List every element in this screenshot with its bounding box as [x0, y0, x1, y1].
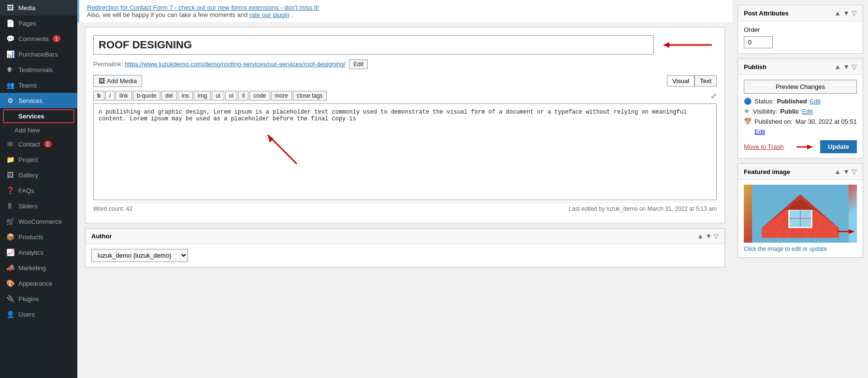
- status-edit-link[interactable]: Edit: [810, 98, 821, 105]
- featured-image-thumbnail[interactable]: [744, 185, 857, 243]
- img-button[interactable]: img: [194, 91, 211, 101]
- notice-link[interactable]: Redirection for Contact Form 7 - check o…: [87, 4, 319, 11]
- edit-area: Permalink: https://www.luzukdemo.com/dem…: [85, 27, 725, 223]
- sidebar-sub-services[interactable]: Services: [3, 109, 74, 123]
- author-collapse-up[interactable]: ▲: [697, 233, 704, 240]
- more-button[interactable]: more: [271, 91, 292, 101]
- author-box-header: Author ▲ ▼ ▽: [86, 229, 724, 244]
- bold-button[interactable]: b: [93, 91, 104, 101]
- sidebar-item-woocommerce[interactable]: 🛒 WooCommerce: [0, 214, 77, 229]
- sidebar-item-contact[interactable]: ✉ Contact 1: [0, 136, 77, 152]
- update-area: Update: [794, 140, 857, 153]
- expand-icon[interactable]: ⤢: [710, 91, 717, 101]
- sidebar-item-project[interactable]: 📁 Project: [0, 152, 77, 167]
- comments-icon: 💬: [6, 35, 14, 43]
- last-edited-text: Last edited by luzuk_demo on March 31, 2…: [569, 205, 717, 212]
- attributes-toggle-btn[interactable]: ▽: [852, 9, 857, 17]
- sidebar-item-purchasebars[interactable]: 📊 PurchaseBars: [0, 46, 77, 62]
- author-toggle[interactable]: ▽: [714, 233, 719, 240]
- project-icon: 📁: [6, 156, 14, 163]
- sidebar-item-gallery[interactable]: 🖼 Gallery: [0, 167, 77, 183]
- publish-title: Publish: [744, 63, 767, 71]
- attributes-up-btn[interactable]: ▲: [834, 9, 841, 17]
- visibility-row: 👁 Visibility: Public Edit: [744, 108, 857, 115]
- ins-button[interactable]: ins: [178, 91, 193, 101]
- contact-icon: ✉: [6, 140, 14, 148]
- publish-header: Publish ▲ ▼ ▽: [738, 59, 863, 75]
- sidebar-item-products[interactable]: 📦 Products: [0, 229, 77, 245]
- appearance-icon: 🎨: [6, 279, 14, 287]
- permalink-edit-button[interactable]: Edit: [349, 59, 368, 69]
- publish-body: Preview Changes 🔵 Status: Published Edit…: [738, 75, 863, 158]
- sidebar-item-pages[interactable]: 📄 Pages: [0, 15, 77, 31]
- published-row: 📅 Published on: Mar 30, 2022 at 05:51: [744, 118, 857, 125]
- featured-image-caption[interactable]: Click the image to edit or update: [744, 243, 857, 252]
- preview-changes-button[interactable]: Preview Changes: [744, 80, 857, 94]
- move-to-trash-link[interactable]: Move to Trash: [744, 143, 783, 150]
- sidebar-item-comments[interactable]: 💬 Comments 1: [0, 31, 77, 46]
- ul-button[interactable]: ul: [212, 91, 224, 101]
- author-box-body: luzuk_demo (luzuk_demo): [86, 244, 724, 267]
- sidebar-item-plugins[interactable]: 🔌 Plugins: [0, 291, 77, 306]
- post-attributes-title: Post Attributes: [744, 10, 789, 17]
- sidebar-item-media[interactable]: 🖼 Media: [0, 0, 77, 15]
- publish-up-btn[interactable]: ▲: [834, 63, 841, 71]
- del-button[interactable]: del: [161, 91, 177, 101]
- sidebar-item-teams[interactable]: 👥 Teams: [0, 77, 77, 93]
- sidebar-item-testimonials[interactable]: 🗣 Testimonials: [0, 62, 77, 77]
- rate-plugin-link[interactable]: rate our plugin: [249, 11, 289, 18]
- woocommerce-icon: 🛒: [6, 218, 14, 225]
- right-sidebar: Post Attributes ▲ ▼ ▽ Order Publish ▲ ▼ …: [733, 0, 868, 378]
- media-icon: 🖼: [6, 4, 14, 12]
- order-input[interactable]: [744, 36, 773, 48]
- update-button[interactable]: Update: [820, 140, 857, 153]
- svg-marker-3: [268, 135, 274, 143]
- author-collapse-down[interactable]: ▼: [706, 233, 712, 240]
- sidebar-item-appearance[interactable]: 🎨 Appearance: [0, 276, 77, 291]
- editor-content[interactable]: n publishing and graphic design, Lorem i…: [93, 103, 717, 200]
- author-select[interactable]: luzuk_demo (luzuk_demo): [91, 249, 188, 262]
- featured-image-widget: Featured image ▲ ▼ ▽: [738, 163, 863, 258]
- editor-footer: Word count: 42 Last edited by luzuk_demo…: [93, 202, 717, 215]
- code-button[interactable]: code: [249, 91, 270, 101]
- gallery-icon: 🖼: [6, 171, 14, 179]
- post-attributes-controls: ▲ ▼ ▽: [834, 9, 857, 17]
- update-arrow-svg: [794, 142, 818, 152]
- featured-down-btn[interactable]: ▼: [843, 168, 850, 175]
- order-label: Order: [744, 26, 857, 33]
- text-mode-button[interactable]: Text: [694, 75, 717, 87]
- attributes-down-btn[interactable]: ▼: [843, 9, 850, 17]
- sidebar-item-users[interactable]: 👤 Users: [0, 306, 77, 322]
- sidebar-sub-add-new[interactable]: Add New: [0, 124, 77, 136]
- permalink-url[interactable]: https://www.luzukdemo.com/demo/roofing-s…: [125, 60, 346, 68]
- marketing-icon: 📣: [6, 264, 14, 272]
- purchasebars-icon: 📊: [6, 50, 14, 58]
- ol-button[interactable]: ol: [225, 91, 237, 101]
- italic-button[interactable]: i: [105, 91, 115, 101]
- published-edit-link[interactable]: Edit: [754, 128, 765, 135]
- sidebar-item-marketing[interactable]: 📣 Marketing: [0, 260, 77, 276]
- publish-down-btn[interactable]: ▼: [843, 63, 850, 71]
- post-title-input[interactable]: [93, 35, 654, 55]
- publish-toggle-btn[interactable]: ▽: [852, 63, 857, 71]
- visibility-edit-link[interactable]: Edit: [802, 108, 812, 115]
- li-button[interactable]: li: [238, 91, 248, 101]
- featured-image-arrow: [835, 227, 857, 238]
- sidebar-item-faqs[interactable]: ❓ FAQs: [0, 183, 77, 198]
- close-tags-button[interactable]: close tags: [293, 91, 327, 101]
- status-row: 🔵 Status: Published Edit: [744, 98, 857, 105]
- sidebar-item-sliders[interactable]: 🎚 Sliders: [0, 198, 77, 214]
- bquote-button[interactable]: b-quote: [133, 91, 160, 101]
- link-button[interactable]: link: [116, 91, 132, 101]
- add-media-button[interactable]: 🖼 Add Media: [93, 75, 142, 87]
- publish-controls: ▲ ▼ ▽: [834, 63, 857, 71]
- sidebar-item-analytics[interactable]: 📈 Analytics: [0, 245, 77, 260]
- featured-up-btn[interactable]: ▲: [834, 168, 841, 175]
- svg-marker-5: [807, 145, 812, 149]
- products-icon: 📦: [6, 233, 14, 241]
- featured-toggle-btn[interactable]: ▽: [852, 168, 857, 175]
- sidebar-item-services-parent[interactable]: ⚙ Services: [0, 93, 77, 108]
- contact-badge: 1: [44, 141, 52, 147]
- author-box-controls: ▲ ▼ ▽: [697, 233, 719, 240]
- visual-mode-button[interactable]: Visual: [667, 75, 694, 87]
